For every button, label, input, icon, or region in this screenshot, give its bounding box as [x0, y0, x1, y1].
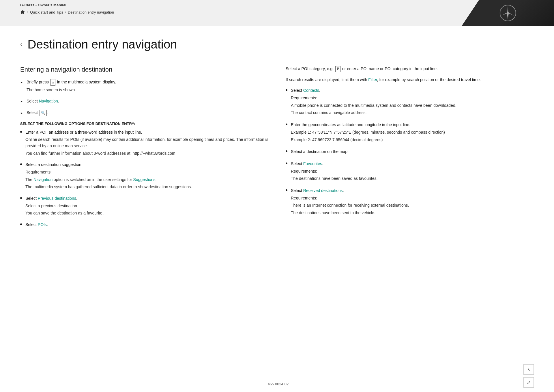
dot-bullet-r1 — [286, 89, 287, 91]
option-contacts: Select Contacts. Requirements: A mobile … — [286, 87, 534, 117]
dot-bullet-2 — [20, 163, 22, 165]
option-geocoordinates: Enter the geocoordinates as latitude and… — [286, 122, 534, 144]
breadcrumb-chevron-1: › — [27, 10, 28, 14]
right-column: Select a POI category, e.g. P or enter a… — [286, 66, 534, 233]
scroll-up-button[interactable]: ∧ — [523, 364, 534, 375]
instruction-item-1: ► Briefly press ⌂ in the multimedia syst… — [20, 79, 268, 94]
chevron-up-icon: ∧ — [527, 367, 530, 372]
section-heading-left: Entering a navigation destination — [20, 66, 268, 73]
received-destinations-link[interactable]: Received destinations — [303, 188, 343, 193]
content-area: Entering a navigation destination ► Brie… — [0, 60, 554, 251]
contacts-link[interactable]: Contacts — [303, 88, 319, 93]
option-received-destinations: Select Received destinations. Requiremen… — [286, 188, 534, 217]
navigation-link-2[interactable]: Navigation — [33, 177, 53, 182]
suggestions-link[interactable]: Suggestions — [133, 177, 156, 182]
poi-intro-text: Select a POI category, e.g. P or enter a… — [286, 66, 534, 72]
option-poi-address: Enter a POI, an address or a three-word … — [20, 129, 268, 158]
dot-bullet-4 — [20, 223, 22, 225]
filter-text: If search results are displayed, limit t… — [286, 77, 534, 83]
dot-bullet-1 — [20, 131, 22, 133]
page-title: ‹ Destination entry navigation — [20, 38, 534, 51]
option-pois: Select POIs. — [20, 222, 268, 229]
breadcrumb-current: Destination entry navigation — [68, 10, 114, 14]
instruction-item-3: ► Select 🔍. — [20, 110, 268, 117]
home-inline-icon: ⌂ — [50, 79, 55, 86]
navigation-link[interactable]: Navigation — [39, 99, 58, 103]
breadcrumb-chevron-2: › — [65, 10, 66, 14]
option-map-destination: Select a destination on the map. — [286, 149, 534, 156]
options-list-left: Enter a POI, an address or a three-word … — [20, 129, 268, 229]
option-previous-destinations: Select Previous destinations. Select a p… — [20, 195, 268, 218]
dot-bullet-r4 — [286, 163, 287, 164]
poi-icon-box: P — [335, 66, 340, 72]
previous-destinations-link[interactable]: Previous destinations — [38, 196, 76, 201]
option-destination-suggestion: Select a destination suggestion. Require… — [20, 162, 268, 191]
footer-code: F465 0024 02 — [265, 382, 289, 386]
left-column: Entering a navigation destination ► Brie… — [20, 66, 268, 233]
breadcrumb-section[interactable]: Quick start and Tips — [30, 10, 63, 14]
arrow-bullet-2: ► — [20, 99, 23, 104]
brand-title: G-Class - Owner's Manual — [20, 3, 534, 7]
mercedes-logo — [499, 4, 516, 22]
dot-bullet-3 — [20, 197, 22, 199]
arrow-instructions: ► Briefly press ⌂ in the multimedia syst… — [20, 79, 268, 117]
search-inline-icon: 🔍 — [40, 110, 47, 116]
breadcrumb: › Quick start and Tips › Destination ent… — [20, 10, 534, 15]
dot-bullet-r2 — [286, 124, 287, 125]
select-heading: SELECT THE FOLLOWING OPTIONS FOR DESTINA… — [20, 122, 268, 126]
dot-bullet-r5 — [286, 189, 287, 191]
arrow-bullet-3: ► — [20, 111, 23, 115]
back-arrow[interactable]: ‹ — [20, 41, 22, 48]
options-list-right: Select Contacts. Requirements: A mobile … — [286, 87, 534, 217]
home-icon[interactable] — [20, 10, 25, 15]
dot-bullet-r3 — [286, 150, 287, 152]
page-header: G-Class - Owner's Manual › Quick start a… — [0, 0, 554, 26]
pois-link[interactable]: POIs — [38, 222, 47, 227]
arrow-bullet-1: ► — [20, 80, 23, 85]
filter-link[interactable]: Filter — [368, 77, 377, 82]
instruction-item-2: ► Select Navigation. — [20, 98, 268, 106]
page-title-section: ‹ Destination entry navigation — [0, 26, 554, 60]
favourites-link[interactable]: Favourites — [303, 161, 322, 166]
option-favourites: Select Favourites. Requirements: The des… — [286, 161, 534, 183]
page-footer: F465 0024 02 — [0, 376, 554, 392]
